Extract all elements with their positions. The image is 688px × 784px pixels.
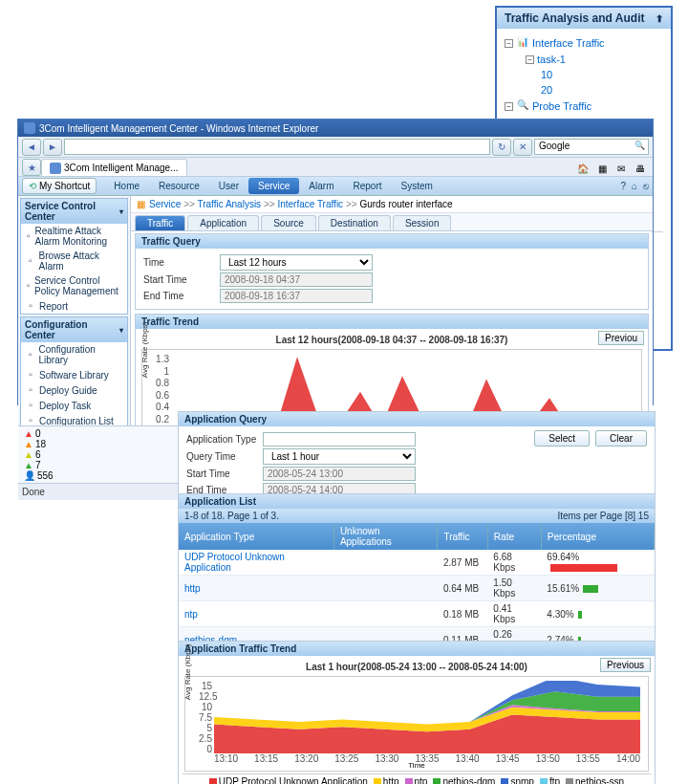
time-select[interactable]: Last 12 hours xyxy=(220,254,373,271)
mail-icon[interactable]: ✉ xyxy=(613,161,630,176)
home-icon[interactable]: 🏠 xyxy=(574,161,591,176)
sidebar-item[interactable]: ▫Configuration Library xyxy=(21,342,127,367)
my-shortcut-button[interactable]: My Shortcut xyxy=(22,178,97,194)
alarm-count[interactable]: ▲ 18 xyxy=(24,439,54,449)
favorites-icon[interactable]: ★ xyxy=(22,159,41,176)
column-header[interactable]: Percentage xyxy=(541,523,654,550)
alarm-count[interactable]: 👤 556 xyxy=(24,470,54,481)
sidebar-item[interactable]: ▫Report xyxy=(21,298,127,314)
search-input[interactable]: Google xyxy=(534,139,649,155)
nav-alarm[interactable]: Alarm xyxy=(299,178,343,194)
print-icon[interactable]: 🖶 xyxy=(632,161,649,176)
panel-header[interactable]: Service Control Center xyxy=(21,199,127,224)
sidebar: Service Control Center▫Realtime Attack A… xyxy=(18,196,131,425)
sidebar-item[interactable]: ▫Service Control Policy Management xyxy=(21,273,127,298)
tab-bar: ★ 3Com Intelligent Manage... 🏠 ▦ ✉ 🖶 xyxy=(18,158,653,177)
previous-button[interactable]: Previou xyxy=(598,331,644,345)
tab-destination[interactable]: Destination xyxy=(318,215,391,230)
breadcrumb-item[interactable]: Traffic Analysis xyxy=(197,199,261,209)
app-start-input xyxy=(263,467,416,481)
sidebar-item[interactable]: ▫Realtime Attack Alarm Monitoring xyxy=(21,224,127,249)
tab-source[interactable]: Source xyxy=(261,215,316,230)
window-title: 3Com Intelligent Management Center - Win… xyxy=(39,123,318,134)
nav-resource[interactable]: Resource xyxy=(149,178,209,194)
query-time-select[interactable]: Last 1 hour xyxy=(263,448,416,465)
table-row[interactable]: http0.64 MB1.50 Kbps15.61% xyxy=(179,576,655,601)
tab-application[interactable]: Application xyxy=(187,215,259,230)
sidebar-item[interactable]: ▫Configuration List xyxy=(21,413,127,425)
app-trend-chart: Avg Rate (Kbps) 1512.5107.552.50 13:1013… xyxy=(184,676,649,772)
traffic-trend-section: Traffic Trend Last 12 hours(2008-09-18 0… xyxy=(135,314,649,425)
clear-button[interactable]: Clear xyxy=(595,430,647,446)
breadcrumb-item[interactable]: Interface Traffic xyxy=(277,199,343,209)
tree-node[interactable]: −🔍Probe Traffic xyxy=(505,98,663,115)
imc-topbar: My Shortcut HomeResourceUserServiceAlarm… xyxy=(18,177,653,196)
tree-node[interactable]: −task-1 xyxy=(505,52,663,67)
column-header[interactable]: Rate xyxy=(487,523,541,550)
breadcrumb: ▦ Service >> Traffic Analysis >> Interfa… xyxy=(131,196,653,213)
panel-header[interactable]: Configuration Center xyxy=(21,317,127,342)
logout-icon[interactable]: ⎋ xyxy=(643,181,649,191)
stop-button[interactable]: ✕ xyxy=(513,139,532,156)
browser-window: 3Com Intelligent Management Center - Win… xyxy=(17,119,654,405)
items-per-page[interactable]: Items per Page [8] 15 xyxy=(557,511,649,521)
end-time-input xyxy=(220,289,373,303)
url-input[interactable] xyxy=(64,139,490,155)
nav-user[interactable]: User xyxy=(209,178,248,194)
back-button[interactable]: ◄ xyxy=(22,139,41,156)
notify-icon[interactable]: ⌂ xyxy=(632,181,637,191)
application-query-section: Application Query Application Type Query… xyxy=(178,411,656,504)
chart-title: Last 12 hours(2008-09-18 04:37 -- 2008-0… xyxy=(140,333,644,347)
column-header[interactable]: Unknown Applications xyxy=(333,523,438,550)
sidebar-item[interactable]: ▫Browse Attack Alarm xyxy=(21,249,127,273)
traffic-query-section: Traffic Query Time Last 12 hours Start T… xyxy=(135,233,649,310)
breadcrumb-icon: ▦ xyxy=(137,199,145,209)
nav-home[interactable]: Home xyxy=(104,178,149,194)
alarm-count[interactable]: ▲ 0 xyxy=(24,428,54,439)
app-type-input[interactable] xyxy=(263,432,416,446)
tree-node[interactable]: −📊Interface Traffic xyxy=(505,34,663,52)
help-icon[interactable]: ? xyxy=(620,181,626,191)
section-title: Traffic Query xyxy=(136,234,648,249)
tab-icon xyxy=(50,163,61,174)
sidebar-item[interactable]: ▫Software Library xyxy=(21,367,127,382)
sidebar-item[interactable]: ▫Deploy Task xyxy=(21,398,127,413)
breadcrumb-item[interactable]: Service xyxy=(149,199,181,209)
window-titlebar: 3Com Intelligent Management Center - Win… xyxy=(18,120,653,137)
panel-title[interactable]: Traffic Analysis and Audit xyxy=(497,8,671,29)
breadcrumb-item: Gurds router interface xyxy=(359,199,452,209)
tree-node[interactable]: 20 xyxy=(505,82,663,98)
column-header[interactable]: Traffic xyxy=(438,523,487,550)
table-row[interactable]: UDP Protocol Unknown Application2.87 MB6… xyxy=(179,550,655,576)
table-row[interactable]: ntp0.18 MB0.41 Kbps4.30% xyxy=(179,601,655,627)
tree-node[interactable]: 10 xyxy=(505,67,663,82)
previous-button[interactable]: Previous xyxy=(600,658,651,672)
start-time-input xyxy=(220,272,373,287)
main-content: ▦ Service >> Traffic Analysis >> Interfa… xyxy=(131,196,653,425)
app-icon xyxy=(24,122,35,134)
select-button[interactable]: Select xyxy=(534,430,590,446)
column-header[interactable]: Application Type xyxy=(179,523,333,550)
application-trend-section: Application Traffic Trend Last 1 hour(20… xyxy=(178,641,656,784)
tab-session[interactable]: Session xyxy=(393,215,452,230)
feed-icon[interactable]: ▦ xyxy=(593,161,611,176)
forward-button[interactable]: ► xyxy=(43,139,62,156)
sidebar-item[interactable]: ▫Deploy Guide xyxy=(21,382,127,398)
nav-report[interactable]: Report xyxy=(343,178,391,194)
alarm-count[interactable]: ▲ 6 xyxy=(24,449,54,460)
address-bar: ◄ ► ↻ ✕ Google xyxy=(18,137,653,158)
refresh-button[interactable]: ↻ xyxy=(492,139,511,156)
nav-system[interactable]: System xyxy=(391,178,441,194)
nav-service[interactable]: Service xyxy=(248,178,299,194)
browser-tab[interactable]: 3Com Intelligent Manage... xyxy=(41,159,187,176)
tab-traffic[interactable]: Traffic xyxy=(135,215,185,230)
alarm-count[interactable]: ▲ 7 xyxy=(24,460,54,470)
